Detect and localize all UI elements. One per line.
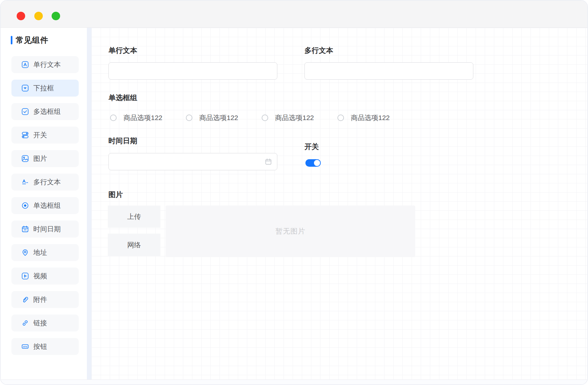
- radio-group: 商品选项122商品选项122商品选项122商品选项122: [108, 113, 412, 122]
- image-network-button[interactable]: 网络: [108, 234, 160, 256]
- radio-circle-icon[interactable]: [186, 115, 192, 121]
- radio-option[interactable]: 商品选项122: [260, 113, 336, 122]
- header-accent-bar: [11, 36, 12, 44]
- video-icon: [21, 272, 29, 280]
- sidebar-item-text-field[interactable]: 单行文本: [11, 56, 79, 73]
- single-line-text-input[interactable]: [108, 62, 277, 80]
- sidebar-item-label: 时间日期: [33, 224, 61, 234]
- sidebar-item-label: 多选框组: [33, 107, 61, 116]
- sidebar-item-attachment[interactable]: 附件: [11, 291, 79, 308]
- sidebar-item-video[interactable]: 视频: [11, 268, 79, 285]
- app-window: 常见组件 单行文本下拉框多选框组开关图片多行文本单选框组时间日期地址视频附件链接…: [0, 0, 588, 385]
- radio-circle-icon[interactable]: [337, 115, 344, 121]
- single-line-text-label: 单行文本: [108, 46, 137, 55]
- link-icon: [21, 319, 29, 327]
- sidebar-item-dropdown[interactable]: 下拉框: [11, 80, 79, 97]
- sidebar-item-radio-group[interactable]: 单选框组: [11, 197, 79, 214]
- close-button[interactable]: [17, 12, 25, 20]
- address-icon: [21, 249, 29, 256]
- dropdown-icon: [21, 84, 29, 92]
- switch-knob: [314, 160, 320, 166]
- sidebar-item-label: 多行文本: [33, 177, 61, 187]
- window-bottom-strip: [1, 379, 587, 384]
- form-design-canvas: 单行文本 多行文本 单选框组 商品选项122商品选项122商品选项122商品选项…: [91, 28, 587, 380]
- switch-label: 开关: [304, 142, 319, 152]
- sidebar-item-label: 单选框组: [33, 201, 61, 210]
- attachment-icon: [21, 296, 29, 303]
- sidebar-canvas-divider: [87, 28, 91, 380]
- sidebar-item-button[interactable]: BTN按钮: [11, 338, 79, 355]
- datetime-icon: [21, 225, 29, 233]
- sidebar-item-label: 视频: [33, 271, 47, 281]
- sidebar-item-label: 地址: [33, 248, 47, 257]
- minimize-button[interactable]: [34, 12, 43, 20]
- sidebar-item-checkbox-group[interactable]: 多选框组: [11, 103, 79, 120]
- radio-circle-icon[interactable]: [262, 115, 268, 121]
- sidebar-item-label: 单行文本: [33, 60, 61, 69]
- datetime-label: 时间日期: [108, 136, 137, 146]
- content-area: 常见组件 单行文本下拉框多选框组开关图片多行文本单选框组时间日期地址视频附件链接…: [1, 28, 587, 380]
- sidebar-item-address[interactable]: 地址: [11, 244, 79, 261]
- svg-text:BTN: BTN: [23, 346, 27, 348]
- sidebar-header: 常见组件: [11, 35, 48, 45]
- text-field-icon: [21, 61, 29, 69]
- multi-line-text-label: 多行文本: [304, 46, 333, 55]
- titlebar: [1, 1, 587, 28]
- sidebar-item-image[interactable]: 图片: [11, 150, 79, 167]
- sidebar-title: 常见组件: [16, 35, 48, 45]
- radio-option[interactable]: 商品选项122: [108, 113, 184, 122]
- no-image-text: 暂无图片: [275, 226, 305, 236]
- radio-circle-icon[interactable]: [110, 115, 117, 121]
- datetime-input[interactable]: [108, 153, 277, 170]
- image-preview-area: 暂无图片: [166, 206, 415, 257]
- datetime-field: [108, 153, 277, 170]
- sidebar-item-label: 附件: [33, 295, 47, 304]
- checkbox-group-icon: [21, 108, 29, 116]
- sidebar-item-label: 开关: [33, 131, 47, 140]
- component-sidebar: 常见组件 单行文本下拉框多选框组开关图片多行文本单选框组时间日期地址视频附件链接…: [1, 28, 87, 380]
- image-upload-button[interactable]: 上传: [108, 206, 160, 228]
- sidebar-item-label: 图片: [33, 154, 47, 163]
- button-icon: BTN: [21, 343, 29, 350]
- radio-option-label: 商品选项122: [351, 113, 390, 122]
- radio-option[interactable]: 商品选项122: [184, 113, 260, 122]
- sidebar-item-datetime[interactable]: 时间日期: [11, 221, 79, 238]
- switch-icon: [21, 131, 29, 139]
- radio-group-label: 单选框组: [108, 93, 137, 103]
- sidebar-item-label: 按钮: [33, 342, 47, 351]
- radio-group-icon: [21, 202, 29, 209]
- image-label: 图片: [108, 190, 123, 200]
- sidebar-item-label: 链接: [33, 318, 47, 328]
- radio-option-label: 商品选项122: [199, 113, 238, 122]
- image-icon: [21, 155, 29, 162]
- radio-option[interactable]: 商品选项122: [336, 113, 412, 122]
- sidebar-item-link[interactable]: 链接: [11, 315, 79, 331]
- textarea-icon: [21, 178, 29, 186]
- radio-option-label: 商品选项122: [123, 113, 162, 122]
- radio-option-label: 商品选项122: [275, 113, 314, 122]
- sidebar-item-label: 下拉框: [33, 84, 54, 93]
- component-list: 单行文本下拉框多选框组开关图片多行文本单选框组时间日期地址视频附件链接BTN按钮: [11, 56, 79, 362]
- sidebar-item-textarea[interactable]: 多行文本: [11, 174, 79, 191]
- switch-toggle[interactable]: [305, 159, 321, 167]
- zoom-button[interactable]: [52, 12, 60, 20]
- sidebar-item-switch[interactable]: 开关: [11, 127, 79, 144]
- multi-line-text-input[interactable]: [304, 62, 473, 80]
